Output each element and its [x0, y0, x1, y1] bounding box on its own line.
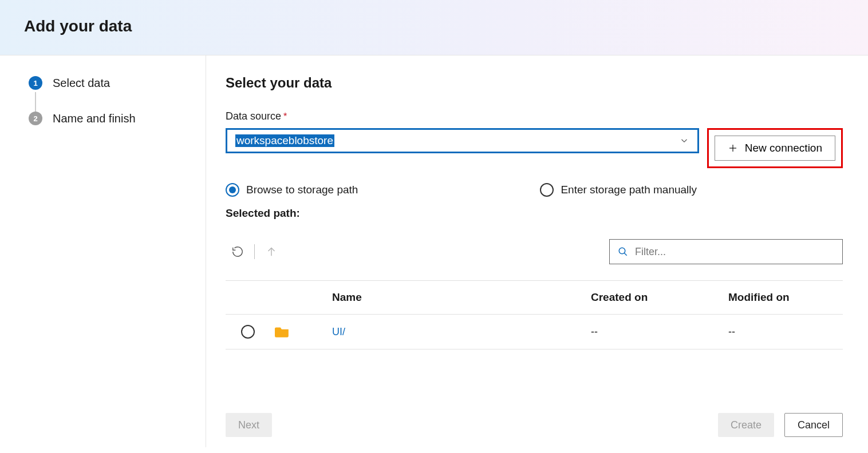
- new-connection-label: New connection: [745, 142, 822, 154]
- toolbar-left: [226, 244, 278, 259]
- radio-label: Enter storage path manually: [561, 184, 697, 196]
- create-button[interactable]: Create: [718, 413, 774, 437]
- step-number-badge: 1: [29, 76, 42, 90]
- filter-box[interactable]: [609, 239, 843, 264]
- step-number-badge: 2: [29, 112, 42, 125]
- radio-indicator: [540, 183, 554, 197]
- selected-path-label: Selected path:: [226, 207, 843, 220]
- chevron-down-icon: [679, 136, 689, 146]
- row-name-link[interactable]: UI/: [332, 326, 345, 337]
- table-header: Name Created on Modified on: [226, 280, 843, 315]
- content-wrapper: 1 Select data 2 Name and finish Select y…: [0, 55, 868, 447]
- data-source-select[interactable]: workspaceblobstore: [226, 128, 699, 153]
- col-header-modified[interactable]: Modified on: [728, 291, 843, 304]
- wizard-sidebar: 1 Select data 2 Name and finish: [0, 55, 206, 447]
- row-select-radio[interactable]: [241, 325, 255, 339]
- radio-enter-path-manually[interactable]: Enter storage path manually: [540, 183, 697, 197]
- step-label: Select data: [53, 77, 110, 90]
- filter-input[interactable]: [635, 246, 834, 258]
- toolbar-divider: [254, 244, 255, 259]
- main-panel: Select your data Data source* workspaceb…: [206, 55, 868, 447]
- data-source-field: Data source*: [226, 110, 843, 122]
- radio-browse-storage-path[interactable]: Browse to storage path: [226, 183, 358, 197]
- radio-label: Browse to storage path: [246, 184, 358, 196]
- next-button[interactable]: Next: [226, 413, 272, 437]
- storage-path-mode-group: Browse to storage path Enter storage pat…: [226, 183, 843, 197]
- data-source-value: workspaceblobstore: [235, 134, 334, 147]
- col-header-name[interactable]: Name: [332, 291, 591, 304]
- wizard-footer: Next Create Cancel: [226, 361, 843, 437]
- step-label: Name and finish: [53, 112, 136, 125]
- wizard-step-select-data[interactable]: 1 Select data: [29, 76, 192, 112]
- panel-heading: Select your data: [226, 75, 843, 91]
- row-created: --: [591, 326, 728, 338]
- svg-point-3: [619, 248, 625, 254]
- new-connection-button[interactable]: New connection: [715, 136, 835, 161]
- col-header-created[interactable]: Created on: [591, 291, 728, 304]
- page-title: Add your data: [24, 17, 844, 35]
- svg-line-4: [624, 253, 627, 256]
- search-icon: [618, 247, 628, 257]
- page-header-banner: Add your data: [0, 0, 868, 55]
- radio-indicator: [226, 183, 239, 197]
- data-source-label: Data source: [226, 110, 281, 122]
- new-connection-highlight: New connection: [707, 128, 843, 168]
- plus-icon: [728, 143, 738, 153]
- row-modified: --: [728, 326, 843, 338]
- data-source-row: workspaceblobstore New connection: [226, 128, 843, 168]
- up-arrow-icon: [265, 245, 278, 258]
- required-asterisk: *: [283, 112, 287, 121]
- table-row[interactable]: UI/ -- --: [226, 315, 843, 349]
- step-connector: [35, 92, 36, 114]
- refresh-icon[interactable]: [231, 245, 244, 258]
- path-table: Name Created on Modified on UI/ -- --: [226, 280, 843, 349]
- wizard-step-name-finish[interactable]: 2 Name and finish: [29, 112, 192, 125]
- browser-toolbar: [226, 239, 843, 264]
- cancel-button[interactable]: Cancel: [784, 413, 843, 437]
- folder-icon: [275, 326, 290, 337]
